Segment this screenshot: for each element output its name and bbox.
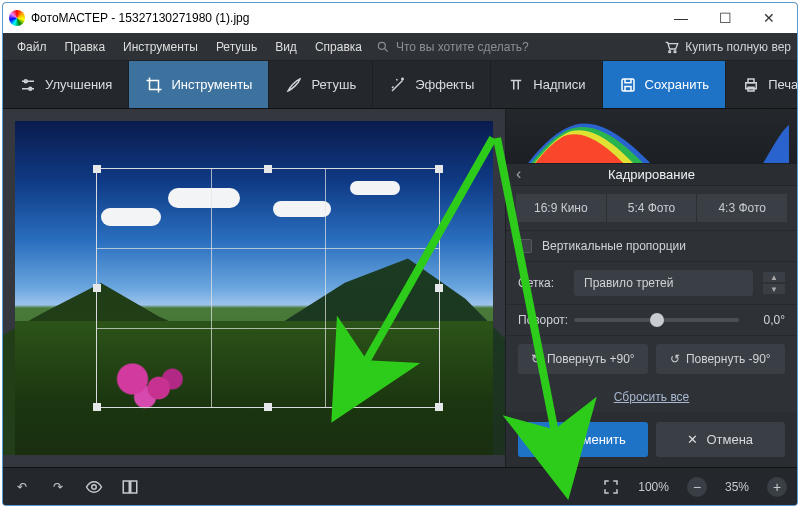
zoom-out-button[interactable]: − <box>687 477 707 497</box>
menu-bar: Файл Правка Инструменты Ретушь Вид Справ… <box>3 33 797 61</box>
bottom-bar: ↶ ↷ 100% − 35% + <box>3 467 797 505</box>
aspect-ratio-tabs: 16:9 Кино 5:4 Фото 4:3 Фото <box>506 186 797 231</box>
rotate-row: Поворот: 0,0° <box>506 305 797 336</box>
svg-line-1 <box>385 48 388 51</box>
tab-retouch[interactable]: Ретушь <box>269 61 373 108</box>
right-panel: ‹ Кадрирование 16:9 Кино 5:4 Фото 4:3 Фо… <box>505 109 797 467</box>
magic-wand-icon <box>389 76 407 94</box>
ratio-5-4[interactable]: 5:4 Фото <box>607 194 698 222</box>
print-button[interactable]: Печать <box>726 61 798 108</box>
tab-effects[interactable]: Эффекты <box>373 61 491 108</box>
compare-icon <box>121 478 139 496</box>
search-placeholder: Что вы хотите сделать? <box>396 40 529 54</box>
grid-row: Сетка: Правило третей ▲▼ <box>506 262 797 305</box>
print-icon <box>742 76 760 94</box>
crop-handle-ne[interactable] <box>435 165 443 173</box>
close-button[interactable]: ✕ <box>747 4 791 32</box>
grid-value: Правило третей <box>584 276 673 290</box>
eye-icon <box>85 478 103 496</box>
rotate-plus-90-button[interactable]: ↻ Повернуть +90° <box>518 344 648 374</box>
crop-handle-w[interactable] <box>93 284 101 292</box>
save-button[interactable]: Сохранить <box>603 61 727 108</box>
file-name: 15327130271980 (1).jpg <box>119 11 250 25</box>
svg-rect-14 <box>131 481 137 493</box>
svg-rect-13 <box>123 481 129 493</box>
svg-rect-8 <box>622 79 634 91</box>
panel-header: ‹ Кадрирование <box>506 164 797 186</box>
compare-button[interactable] <box>121 478 139 496</box>
undo-button[interactable]: ↶ <box>13 478 31 496</box>
svg-point-0 <box>378 42 385 49</box>
zoom-fit-label[interactable]: 100% <box>638 480 669 494</box>
menu-edit[interactable]: Правка <box>57 36 114 58</box>
apply-button[interactable]: ✓ Применить <box>518 422 648 457</box>
grid-stepper[interactable]: ▲▼ <box>763 272 785 294</box>
sliders-icon <box>19 76 37 94</box>
rotate-label: Поворот: <box>518 313 564 327</box>
crop-handle-sw[interactable] <box>93 403 101 411</box>
svg-point-3 <box>674 50 676 52</box>
crop-handle-n[interactable] <box>264 165 272 173</box>
canvas-area[interactable] <box>3 109 505 467</box>
svg-rect-10 <box>748 79 754 83</box>
ratio-16-9[interactable]: 16:9 Кино <box>516 194 607 222</box>
grid-label: Сетка: <box>518 276 564 290</box>
close-icon: ✕ <box>687 432 698 447</box>
rotate-slider[interactable] <box>574 318 739 322</box>
menu-retouch[interactable]: Ретушь <box>208 36 265 58</box>
cancel-button[interactable]: ✕ Отмена <box>656 422 786 457</box>
search-icon <box>376 40 390 54</box>
buy-full-version[interactable]: Купить полную вер <box>663 39 791 55</box>
menu-tools[interactable]: Инструменты <box>115 36 206 58</box>
svg-point-2 <box>669 50 671 52</box>
histogram <box>506 109 797 164</box>
panel-title: Кадрирование <box>608 167 695 182</box>
preview-eye-button[interactable] <box>85 478 103 496</box>
maximize-button[interactable]: ☐ <box>703 4 747 32</box>
vertical-proportions-checkbox[interactable] <box>518 239 532 253</box>
window-title: ФотоМАСТЕР - 15327130271980 (1).jpg <box>31 11 659 25</box>
rotate-minus-90-button[interactable]: ↺ Повернуть -90° <box>656 344 786 374</box>
rotate-value: 0,0° <box>749 313 785 327</box>
main-toolbar: Улучшения Инструменты Ретушь Эффекты Над… <box>3 61 797 109</box>
redo-button[interactable]: ↷ <box>49 478 67 496</box>
menu-view[interactable]: Вид <box>267 36 305 58</box>
ratio-4-3[interactable]: 4:3 Фото <box>697 194 787 222</box>
vertical-proportions-row: Вертикальные пропорции <box>506 231 797 262</box>
grid-select[interactable]: Правило третей <box>574 270 753 296</box>
menu-help[interactable]: Справка <box>307 36 370 58</box>
crop-icon <box>145 76 163 94</box>
app-name: ФотоМАСТЕР <box>31 11 108 25</box>
rotate-ccw-icon: ↺ <box>670 352 680 366</box>
check-icon: ✓ <box>540 432 551 447</box>
reset-all-link[interactable]: Сбросить все <box>506 382 797 412</box>
vertical-proportions-label: Вертикальные пропорции <box>542 239 686 253</box>
cart-icon <box>663 39 679 55</box>
tab-enhance[interactable]: Улучшения <box>3 61 129 108</box>
crop-handle-e[interactable] <box>435 284 443 292</box>
app-logo-icon <box>9 10 25 26</box>
crop-handle-s[interactable] <box>264 403 272 411</box>
minimize-button[interactable]: — <box>659 4 703 32</box>
search-hint[interactable]: Что вы хотите сделать? <box>376 40 529 54</box>
crop-rectangle[interactable] <box>96 168 440 409</box>
back-icon[interactable]: ‹ <box>516 165 521 183</box>
crop-handle-se[interactable] <box>435 403 443 411</box>
zoom-level: 35% <box>725 480 749 494</box>
rotate-cw-icon: ↻ <box>531 352 541 366</box>
title-bar: ФотоМАСТЕР - 15327130271980 (1).jpg — ☐ … <box>3 3 797 33</box>
crop-handle-nw[interactable] <box>93 165 101 173</box>
brush-icon <box>285 76 303 94</box>
save-icon <box>619 76 637 94</box>
zoom-in-button[interactable]: + <box>767 477 787 497</box>
svg-point-12 <box>92 484 97 489</box>
tab-tools[interactable]: Инструменты <box>129 61 269 108</box>
text-icon <box>507 76 525 94</box>
tab-captions[interactable]: Надписи <box>491 61 602 108</box>
menu-file[interactable]: Файл <box>9 36 55 58</box>
fit-screen-button[interactable] <box>602 478 620 496</box>
fit-icon <box>602 478 620 496</box>
